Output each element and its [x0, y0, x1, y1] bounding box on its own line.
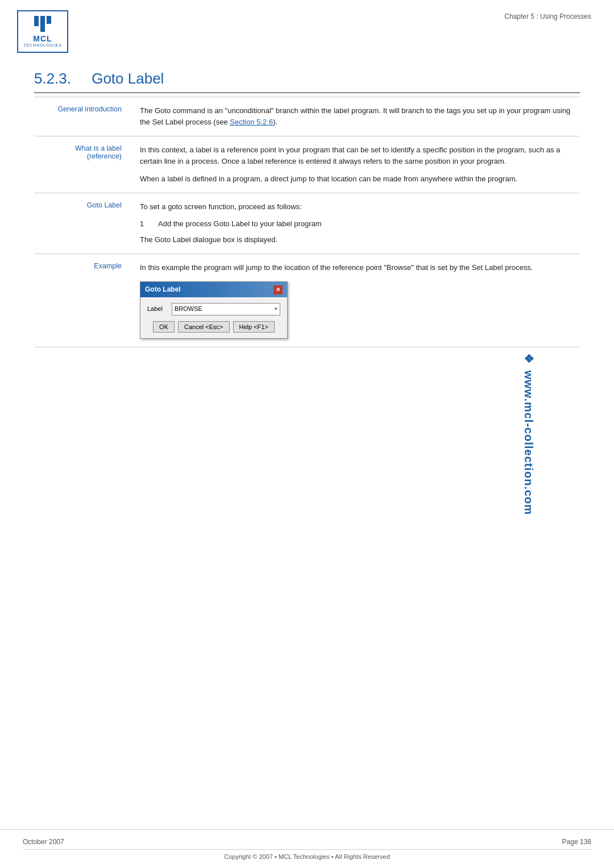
- logo-bar-2: [40, 16, 45, 32]
- footer-main: October 2007 Page 138: [23, 838, 591, 846]
- dialog-help-button[interactable]: Help <F1>: [233, 321, 275, 333]
- dialog-body: Label BROWSE ▾ OK Cancel <Esc> Hel: [140, 297, 287, 338]
- step-number: 1: [140, 218, 149, 230]
- example-text: In this example the program will jump to…: [140, 262, 571, 273]
- whatis-para1: In this context, a label is a reference …: [140, 144, 571, 167]
- watermark-dots: ❖: [522, 353, 535, 364]
- logo-bar-1: [34, 16, 39, 26]
- dialog-container: Goto Label ✕ Label BROWSE ▾: [140, 281, 571, 339]
- row-content-goto: To set a goto screen function, proceed a…: [131, 193, 580, 254]
- step-text: Add the process Goto Label to your label…: [158, 218, 322, 230]
- dialog-buttons: OK Cancel <Esc> Help <F1>: [147, 321, 280, 333]
- step-item-1: 1 Add the process Goto Label to your lab…: [140, 218, 571, 230]
- table-row: What is a label(reference) In this conte…: [34, 136, 580, 193]
- section-number: 5.2.3.: [34, 70, 71, 87]
- dialog-label-field: Label: [147, 304, 167, 314]
- dropdown-arrow-icon: ▾: [275, 305, 277, 313]
- footer-page: Page 138: [562, 838, 591, 846]
- row-label-goto: Goto Label: [34, 193, 131, 254]
- logo-bar-3: [47, 16, 51, 24]
- table-row: General introduction The Goto command is…: [34, 97, 580, 136]
- dialog-close-button[interactable]: ✕: [273, 285, 283, 294]
- logo-bars: [34, 16, 51, 32]
- dialog-input-value: BROWSE: [175, 304, 202, 314]
- table-row: Example In this example the program will…: [34, 254, 580, 347]
- row-label-whatis: What is a label(reference): [34, 136, 131, 193]
- watermark-text: www.mcl-collection.com: [522, 370, 535, 515]
- whatis-para2: When a label is defined in a program, a …: [140, 173, 571, 185]
- goto-result: The Goto Label dialogue box is displayed…: [140, 234, 571, 246]
- table-row: Goto Label To set a goto screen function…: [34, 193, 580, 254]
- label-text: General introduction: [57, 105, 122, 113]
- row-content-whatis: In this context, a label is a reference …: [131, 136, 580, 193]
- side-watermark: ❖ www.mcl-collection.com: [522, 353, 536, 514]
- chapter-title: Chapter 5 : Using Processes: [504, 13, 591, 20]
- goto-intro: To set a goto screen function, proceed a…: [140, 201, 571, 213]
- label-text: Example: [94, 262, 122, 270]
- dialog-ok-button[interactable]: OK: [153, 321, 175, 333]
- dialog-title: Goto Label: [145, 284, 181, 295]
- section-link[interactable]: Section 5.2.6: [230, 118, 273, 126]
- doc-table: General introduction The Goto command is…: [34, 97, 580, 347]
- row-content-example: In this example the program will jump to…: [131, 254, 580, 347]
- label-text: What is a label(reference): [75, 144, 122, 160]
- logo: MCL TECHNOLOGIES: [17, 10, 68, 53]
- dialog-titlebar: Goto Label ✕: [140, 282, 287, 297]
- dialog-input-field[interactable]: BROWSE ▾: [172, 303, 280, 315]
- logo-technologies: TECHNOLOGIES: [23, 43, 62, 47]
- logo-mcl: MCL: [33, 34, 52, 43]
- row-label-example: Example: [34, 254, 131, 347]
- dialog-cancel-button[interactable]: Cancel <Esc>: [178, 321, 229, 333]
- footer-copyright: Copyright © 2007 • MCL Technologies • Al…: [23, 849, 591, 860]
- row-content-general: The Goto command is an "unconditional" b…: [131, 97, 580, 136]
- section-title: 5.2.3. Goto Label: [34, 70, 580, 93]
- row-label-general: General introduction: [34, 97, 131, 136]
- general-intro-text: The Goto command is an "unconditional" b…: [140, 105, 571, 128]
- dialog-field-row: Label BROWSE ▾: [147, 303, 280, 315]
- dialog-box: Goto Label ✕ Label BROWSE ▾: [140, 281, 288, 339]
- header: MCL TECHNOLOGIES Chapter 5 : Using Proce…: [0, 0, 614, 59]
- section-name: Goto Label: [92, 70, 164, 87]
- main-content: 5.2.3. Goto Label General introduction T…: [0, 59, 614, 359]
- footer-date: October 2007: [23, 838, 64, 846]
- step-list: 1 Add the process Goto Label to your lab…: [140, 218, 571, 230]
- footer: October 2007 Page 138 Copyright © 2007 •…: [0, 829, 614, 868]
- label-text: Goto Label: [87, 201, 122, 209]
